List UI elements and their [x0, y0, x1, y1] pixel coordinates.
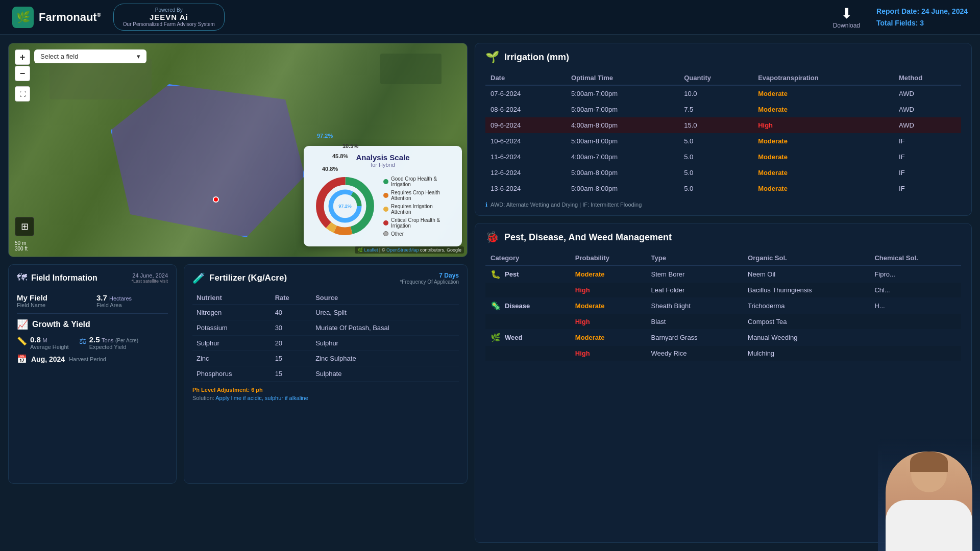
map-attribution: 🌿 Leaflet | © OpenStreetMap contributors…: [355, 246, 464, 254]
harvest-row: 📅 Aug, 2024 Harvest Period: [17, 354, 168, 364]
jeevn-badge: Powered By JEEVN Ai Our Personalized Far…: [113, 4, 225, 31]
irr-col-optimal: Optimal Time: [566, 71, 679, 85]
table-row: 🦠Disease Moderate Sheath Blight Trichode…: [485, 297, 961, 314]
table-row: 12-6-2024 5:00am-8:00pm 5.0 Moderate IF: [485, 165, 961, 181]
analysis-scale-popup: Analysis Scale for Hybrid: [304, 146, 462, 246]
fertilizer-title: 🧪 Fertilizer (Kg/Acre): [192, 272, 287, 284]
download-icon: ⬇: [841, 5, 852, 22]
irrigation-table: Date Optimal Time Quantity Evapotranspir…: [485, 71, 961, 196]
legend-irr-attention: Requires Irrigation Attention: [383, 204, 454, 215]
growth-section: 📈 Growth & Yield 📏 0.8 M Average Hei: [17, 319, 168, 364]
pest-col-probability: Probability: [570, 251, 646, 265]
irrigation-header: 🌱 Irrigation (mm): [485, 51, 961, 64]
map-container[interactable]: Select a field ▾ + − ⛶ ⊞ 50 m 300 ft 🌿 L…: [8, 43, 468, 257]
table-row: 09-6-2024 4:00am-8:00pm 15.0 High AWD: [485, 117, 961, 133]
table-row: Zinc 15 Zinc Sulphate: [192, 351, 459, 366]
donut-center-label: 97.2%: [338, 203, 352, 210]
map-scale: 50 m 300 ft: [15, 240, 28, 252]
header: 🌿 Farmonaut® Powered By JEEVN Ai Our Per…: [0, 0, 980, 35]
header-right: ⬇ Download Report Date: 24 June, 2024 To…: [833, 5, 968, 29]
map-background: Select a field ▾ + − ⛶ ⊞ 50 m 300 ft 🌿 L…: [9, 43, 467, 257]
report-info: Report Date: 24 June, 2024 Total Fields:…: [876, 6, 968, 29]
table-row: High Weedy Rice Mulching: [485, 346, 961, 361]
fertilizer-icon: 🧪: [192, 272, 205, 284]
fert-solution-link[interactable]: Apply lime if acidic, sulphur if alkalin…: [215, 395, 308, 401]
avatar-corner: [878, 439, 980, 551]
fert-col-nutrient: Nutrient: [192, 291, 271, 305]
layer-button[interactable]: ⊞: [15, 217, 34, 236]
fert-col-rate: Rate: [271, 291, 312, 305]
field-info-header: 🗺 Field Information 24 June, 2024 *Last …: [17, 272, 168, 288]
donut-chart: 97.2%: [312, 173, 378, 239]
pest-icon: 🐞: [485, 231, 499, 244]
yield-icon: ⚖: [79, 336, 86, 346]
legend-crop-attention: Requires Crop Health Attention: [383, 190, 454, 201]
irr-col-method: Method: [894, 71, 961, 85]
table-row: 07-6-2024 5:00am-7:00pm 10.0 Moderate AW…: [485, 85, 961, 102]
fert-ph-note: Ph Level Adjustment: 6 ph: [192, 387, 459, 393]
brand-name: Farmonaut®: [39, 11, 101, 24]
irr-col-date: Date: [485, 71, 566, 85]
table-row: 10-6-2024 5:00am-8:00pm 5.0 Moderate IF: [485, 133, 961, 149]
table-row: 🌿Weed Moderate Barnyard Grass Manual Wee…: [485, 329, 961, 346]
left-section: Select a field ▾ + − ⛶ ⊞ 50 m 300 ft 🌿 L…: [8, 43, 468, 543]
pest-col-organic: Organic Sol.: [743, 251, 869, 265]
field-info-panel: 🗺 Field Information 24 June, 2024 *Last …: [8, 264, 177, 484]
field-info-row: My Field Field Name 3.7 Hectares Field A…: [17, 293, 168, 308]
table-row: 08-6-2024 5:00am-7:00pm 7.5 Moderate AWD: [485, 102, 961, 117]
chevron-down-icon: ▾: [137, 53, 140, 60]
info-icon: ℹ: [485, 202, 487, 208]
irr-col-qty: Quantity: [679, 71, 753, 85]
growth-title: 📈 Growth & Yield: [17, 319, 168, 330]
growth-stats: 📏 0.8 M Average Height ⚖: [17, 335, 168, 350]
irrigation-note: ℹ AWD: Alternate Wetting and Drying | IF…: [485, 202, 961, 208]
analysis-legend: Good Crop Health & Irrigation Requires C…: [383, 176, 454, 237]
logo-icon: 🌿: [12, 7, 34, 28]
irrigation-panel: 🌱 Irrigation (mm) Date Optimal Time Quan…: [475, 43, 972, 216]
harvest-icon: 📅: [17, 354, 27, 364]
pest-header: 🐞 Pest, Disease, And Weed Management: [485, 231, 961, 244]
irr-col-evap: Evapotranspiration: [753, 71, 894, 85]
download-button[interactable]: ⬇ Download: [833, 5, 860, 29]
report-date: Report Date: 24 June, 2024: [876, 6, 968, 17]
height-stat: 📏 0.8 M Average Height: [17, 335, 69, 350]
field-name-col: My Field Field Name: [17, 293, 88, 308]
field-area-col: 3.7 Hectares Field Area: [96, 293, 168, 308]
table-row: Sulphur 20 Sulphur: [192, 336, 459, 351]
table-row: 🐛Pest Moderate Stem Borer Neem Oil Fipro…: [485, 265, 961, 283]
pest-col-category: Category: [485, 251, 570, 265]
fullscreen-button[interactable]: ⛶: [15, 86, 30, 102]
table-row: 11-6-2024 4:00am-7:00pm 5.0 Moderate IF: [485, 149, 961, 165]
bottom-panels: 🗺 Field Information 24 June, 2024 *Last …: [8, 264, 468, 484]
fert-solution: Solution: Apply lime if acidic, sulphur …: [192, 395, 459, 401]
main-content: Select a field ▾ + − ⛶ ⊞ 50 m 300 ft 🌿 L…: [0, 35, 980, 551]
zoom-in-button[interactable]: +: [15, 49, 30, 65]
total-fields: Total Fields: 3: [876, 17, 968, 29]
table-row: Potassium 30 Muriate Of Potash, Basal: [192, 320, 459, 336]
table-row: High Leaf Folder Bacillus Thuringiensis …: [485, 283, 961, 297]
yield-stat: ⚖ 2.5 Tons (Per Acre) Expected Yield: [79, 335, 138, 350]
fertilizer-table: Nutrient Rate Source Nitrogen 40 Urea, S…: [192, 291, 459, 382]
zoom-out-button[interactable]: −: [15, 66, 30, 81]
logo-area: 🌿 Farmonaut®: [12, 7, 101, 28]
legend-other: Other: [383, 231, 454, 237]
legend-good: Good Crop Health & Irrigation: [383, 176, 454, 187]
table-row: Nitrogen 40 Urea, Split: [192, 305, 459, 320]
pest-table: Category Probability Type Organic Sol. C…: [485, 251, 961, 361]
fert-col-source: Source: [311, 291, 459, 305]
irrigation-icon: 🌱: [485, 51, 499, 64]
pest-col-chemical: Chemical Sol.: [869, 251, 961, 265]
table-row: 13-6-2024 5:00am-8:00pm 5.0 Moderate IF: [485, 181, 961, 196]
table-row: Phosphorus 15 Sulphate: [192, 366, 459, 382]
legend-critical: Critical Crop Health & Irrigation: [383, 217, 454, 229]
pest-col-type: Type: [646, 251, 743, 265]
field-select[interactable]: Select a field ▾: [34, 49, 146, 63]
field-info-icon: 🗺: [17, 272, 27, 284]
analysis-content: 97.2% 97.2% 10.5% 45.8% 40.8%: [312, 173, 454, 239]
fertilizer-header: 🧪 Fertilizer (Kg/Acre) 7 Days *Frequency…: [192, 272, 459, 285]
table-row: High Blast Compost Tea: [485, 314, 961, 329]
growth-icon: 📈: [17, 319, 28, 330]
map-controls: + − ⛶: [15, 49, 30, 102]
height-icon: 📏: [17, 336, 27, 346]
fertilizer-panel: 🧪 Fertilizer (Kg/Acre) 7 Days *Frequency…: [184, 264, 468, 484]
